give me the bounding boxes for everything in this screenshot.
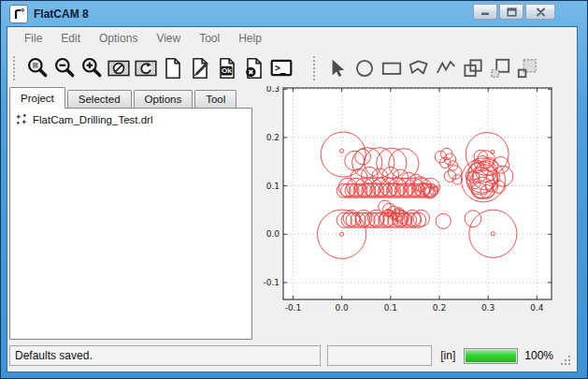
replot-button[interactable]	[132, 54, 159, 81]
menu-item-options[interactable]: Options	[90, 27, 147, 50]
rectangle-button[interactable]	[378, 54, 405, 81]
x-tick-label: 0.0	[335, 303, 349, 313]
menu-item-view[interactable]: View	[147, 27, 190, 50]
tree-item-label: FlatCam_Drilling_Test.drl	[33, 114, 152, 125]
path-button[interactable]	[432, 54, 459, 81]
clear-plot-icon	[107, 56, 131, 80]
status-secondary-panel	[327, 345, 432, 366]
zoom-out-icon	[52, 56, 77, 80]
progress-fill	[466, 350, 516, 362]
minimize-icon	[480, 7, 491, 16]
toolbar: Ok>_	[7, 50, 577, 86]
y-tick-label: 0.3	[266, 86, 280, 94]
plot-canvas[interactable]: -0.10.00.10.20.30.4-0.10.00.10.20.3	[252, 86, 577, 342]
tab-options[interactable]: Options	[134, 90, 194, 108]
x-tick-label: 0.1	[384, 303, 397, 313]
union-icon	[461, 56, 485, 80]
toolbar-drag-handle[interactable]	[13, 56, 18, 80]
x-tick-label: -0.1	[285, 303, 302, 313]
plot-svg[interactable]: -0.10.00.10.20.30.4-0.10.00.10.20.3	[252, 86, 575, 322]
new-project-button[interactable]	[159, 54, 186, 81]
title-bar[interactable]: FlatCAM 8	[1, 1, 587, 27]
drill-marks-icon	[14, 112, 28, 126]
path-icon	[434, 56, 458, 80]
resize-grip-icon[interactable]	[560, 355, 572, 367]
close-icon	[536, 7, 546, 17]
y-tick-label: 0.0	[266, 229, 280, 239]
menu-item-file[interactable]: File	[15, 27, 51, 50]
subtract-icon	[515, 56, 539, 80]
shell-icon: >_	[269, 56, 294, 80]
intersect-icon	[488, 56, 512, 80]
menu-bar: FileEditOptionsViewToolHelp	[7, 27, 577, 50]
cancel-icon	[242, 56, 266, 80]
x-tick-label: 0.2	[433, 303, 446, 313]
progress-bar	[464, 348, 518, 364]
shell-button[interactable]: >_	[267, 54, 294, 81]
x-tick-label: 0.4	[530, 303, 544, 313]
open-project-button[interactable]	[186, 54, 213, 81]
units-label: [in]	[438, 349, 457, 362]
status-message: Defaults saved.	[15, 349, 93, 362]
circle-icon	[352, 56, 377, 80]
zoom-fit-button[interactable]	[23, 54, 50, 81]
menu-item-tool[interactable]: Tool	[190, 27, 229, 50]
project-tree[interactable]: FlatCam_Drilling_Test.drl	[9, 108, 252, 340]
accept-icon: Ok	[215, 56, 239, 80]
maximize-button[interactable]	[499, 4, 523, 20]
menu-item-help[interactable]: Help	[229, 27, 271, 50]
maximize-icon	[507, 7, 517, 17]
status-message-panel: Defaults saved.	[9, 345, 321, 366]
y-tick-label: 0.1	[266, 182, 280, 191]
x-tick-label: 0.3	[481, 303, 495, 313]
cancel-button[interactable]	[240, 54, 267, 81]
client-area: FileEditOptionsViewToolHelp Ok>_ Project…	[7, 27, 577, 372]
subtract-button[interactable]	[513, 54, 540, 81]
union-button[interactable]	[459, 54, 486, 81]
y-tick-label: -0.1	[263, 278, 280, 287]
close-button[interactable]	[525, 4, 555, 20]
tab-project[interactable]: Project	[9, 87, 65, 109]
status-bar: Defaults saved. [in] 100%	[7, 342, 577, 372]
y-tick-label: 0.2	[266, 133, 280, 142]
tab-selected[interactable]: Selected	[67, 90, 132, 108]
svg-text:>_: >_	[274, 63, 285, 74]
open-project-icon	[188, 56, 212, 80]
polygon-button[interactable]	[405, 54, 432, 81]
tab-bar: ProjectSelectedOptionsTool	[9, 86, 252, 108]
replot-icon	[134, 56, 158, 80]
app-window: FlatCAM 8 FileEditOptionsViewToolHelp Ok…	[0, 0, 588, 379]
notebook-panel: ProjectSelectedOptionsTool FlatCam_Drill…	[7, 86, 252, 342]
select-button[interactable]	[323, 54, 351, 81]
minimize-button[interactable]	[473, 4, 497, 20]
window-title: FlatCAM 8	[34, 7, 89, 21]
polygon-icon	[407, 56, 431, 80]
plot-toolbar: Ok>_	[11, 54, 294, 81]
circle-button[interactable]	[351, 54, 378, 81]
zoom-in-button[interactable]	[78, 54, 105, 81]
toolbar-drag-handle[interactable]	[313, 56, 318, 80]
svg-text:Ok: Ok	[222, 66, 232, 75]
progress-percent-label: 100%	[524, 349, 553, 362]
select-icon	[325, 56, 350, 80]
intersect-button[interactable]	[486, 54, 513, 81]
tab-tool[interactable]: Tool	[194, 90, 237, 108]
zoom-in-icon	[79, 56, 104, 80]
zoom-out-button[interactable]	[50, 54, 78, 81]
zoom-fit-icon	[25, 56, 50, 80]
accept-button[interactable]: Ok	[213, 54, 240, 81]
geometry-toolbar	[311, 54, 540, 81]
clear-plot-button[interactable]	[105, 54, 132, 81]
rectangle-icon	[380, 56, 404, 80]
tree-item[interactable]: FlatCam_Drilling_Test.drl	[10, 109, 251, 126]
flatcam-logo-icon	[9, 5, 28, 23]
menu-item-edit[interactable]: Edit	[51, 27, 90, 50]
new-project-icon	[161, 56, 185, 80]
